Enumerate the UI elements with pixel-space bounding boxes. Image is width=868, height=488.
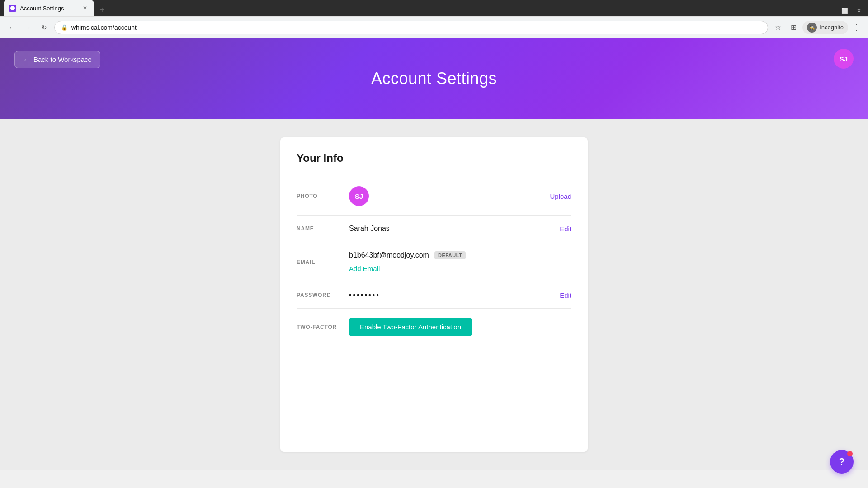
name-row: NAME Sarah Jonas Edit <box>297 215 571 242</box>
page-title: Account Settings <box>371 69 497 88</box>
default-badge: DEFAULT <box>434 251 466 259</box>
your-info-title: Your Info <box>297 152 571 164</box>
two-factor-label: TWO-FACTOR <box>297 324 342 330</box>
email-value: b1b643bf@moodjoy.com <box>349 251 429 259</box>
enable-2fa-button[interactable]: Enable Two-Factor Authentication <box>349 318 472 336</box>
incognito-avatar-icon: 🕵 <box>807 23 817 33</box>
toolbar-actions: ☆ ⊞ 🕵 Incognito ⋮ <box>772 21 863 34</box>
maximize-button[interactable]: ⬜ <box>839 5 850 16</box>
edit-name-button[interactable]: Edit <box>560 225 571 233</box>
back-button-label: Back to Workspace <box>33 56 92 63</box>
help-icon: ? <box>839 456 844 468</box>
email-line: b1b643bf@moodjoy.com DEFAULT <box>349 251 571 259</box>
two-factor-row: TWO-FACTOR Enable Two-Factor Authenticat… <box>297 308 571 345</box>
browser-toolbar: ← → ↻ 🔒 whimsical.com/account ☆ ⊞ 🕵 Inco… <box>0 16 868 38</box>
help-notification-badge <box>847 451 853 456</box>
tab-favicon <box>9 5 16 12</box>
photo-avatar-initials: SJ <box>355 192 363 200</box>
minimize-button[interactable]: ─ <box>825 5 835 16</box>
photo-row: PHOTO SJ Upload <box>297 177 571 215</box>
reload-button[interactable]: ↻ <box>38 21 51 34</box>
help-button[interactable]: ? <box>830 450 854 474</box>
tab-title: Account Settings <box>20 5 78 12</box>
incognito-profile[interactable]: 🕵 Incognito <box>802 21 848 34</box>
active-tab[interactable]: Account Settings ✕ <box>4 0 94 16</box>
password-row: PASSWORD •••••••• Edit <box>297 282 571 308</box>
password-label: PASSWORD <box>297 292 342 298</box>
name-content: Sarah Jonas <box>349 225 552 233</box>
tab-bar: Account Settings ✕ + ─ ⬜ ✕ <box>0 0 868 16</box>
sidebar-button[interactable]: ⊞ <box>787 21 800 34</box>
settings-card: Your Info PHOTO SJ Upload NAME Sarah Jon… <box>280 137 588 452</box>
close-window-button[interactable]: ✕ <box>854 5 864 16</box>
browser-menu-button[interactable]: ⋮ <box>851 21 863 34</box>
photo-content: SJ <box>349 186 542 206</box>
name-value: Sarah Jonas <box>349 225 390 233</box>
url-text: whimsical.com/account <box>71 24 761 31</box>
page-content: ← Back to Workspace Account Settings SJ … <box>0 38 868 470</box>
lock-icon: 🔒 <box>61 24 68 31</box>
page-header: ← Back to Workspace Account Settings SJ <box>0 38 868 119</box>
email-label: EMAIL <box>297 259 342 265</box>
photo-avatar: SJ <box>349 186 369 206</box>
back-to-workspace-button[interactable]: ← Back to Workspace <box>14 51 100 68</box>
forward-nav-button[interactable]: → <box>22 21 34 34</box>
new-tab-button[interactable]: + <box>96 4 108 16</box>
email-section: b1b643bf@moodjoy.com DEFAULT Add Email <box>349 251 571 272</box>
user-avatar[interactable]: SJ <box>834 49 854 69</box>
back-nav-button[interactable]: ← <box>5 21 18 34</box>
password-content: •••••••• <box>349 291 552 299</box>
main-content: Your Info PHOTO SJ Upload NAME Sarah Jon… <box>0 119 868 470</box>
tab-close-button[interactable]: ✕ <box>81 5 89 12</box>
two-factor-content: Enable Two-Factor Authentication <box>349 318 571 336</box>
incognito-label: Incognito <box>820 24 844 31</box>
bookmark-button[interactable]: ☆ <box>772 21 784 34</box>
back-chevron-icon: ← <box>23 56 30 63</box>
password-dots: •••••••• <box>349 291 380 299</box>
name-label: NAME <box>297 225 342 232</box>
add-email-link[interactable]: Add Email <box>349 265 571 272</box>
email-row: EMAIL b1b643bf@moodjoy.com DEFAULT Add E… <box>297 242 571 282</box>
photo-label: PHOTO <box>297 193 342 199</box>
user-avatar-initials: SJ <box>840 55 848 63</box>
address-bar[interactable]: 🔒 whimsical.com/account <box>54 21 768 34</box>
browser-chrome: Account Settings ✕ + ─ ⬜ ✕ ← → ↻ 🔒 whims… <box>0 0 868 38</box>
upload-photo-link[interactable]: Upload <box>550 192 571 200</box>
edit-password-button[interactable]: Edit <box>560 291 571 299</box>
